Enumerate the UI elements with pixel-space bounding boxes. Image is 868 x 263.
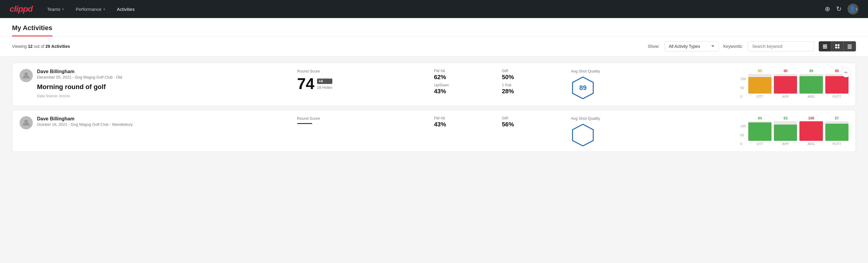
bar-label-app: APP <box>782 95 789 98</box>
stat-1putt-value: 28% <box>502 88 564 95</box>
svg-rect-8 <box>847 46 852 46</box>
bar-fill-ott <box>748 77 771 94</box>
svg-rect-5 <box>835 47 837 49</box>
search-input[interactable] <box>748 41 814 52</box>
user-avatar-nav[interactable]: 👤 ▾ <box>847 4 858 14</box>
view-grid-button[interactable] <box>831 41 844 51</box>
activities-list: Dave Billingham December 05, 2021 - Gog … <box>0 57 868 158</box>
y-label-50: 50 <box>741 86 746 90</box>
nav-item-activities[interactable]: Activities <box>112 4 140 14</box>
bar-label-app: APP <box>782 142 789 146</box>
viewing-label: Activities <box>52 44 70 49</box>
svg-rect-0 <box>823 45 827 46</box>
user-icon: 👤 <box>849 6 856 12</box>
stats-section: FW Hit 43% GIR 56% <box>434 116 564 128</box>
avg-shot-quality-section: Avg Shot Quality 89 <box>571 69 733 100</box>
stat-gir: GIR 50% <box>502 69 564 81</box>
svg-rect-3 <box>835 44 837 46</box>
nav-item-performance[interactable]: Performance ▾ <box>71 4 110 14</box>
bar-value-app: 83 <box>783 116 787 120</box>
round-score-section: Round Score <box>297 116 427 124</box>
bar-fill-app <box>774 124 797 141</box>
bar-fill-putt <box>825 76 848 94</box>
stat-gir: GIR 56% <box>502 116 564 128</box>
stat-1putt-label: 1 Putt <box>502 83 564 87</box>
round-score-label: Round Score <box>297 69 427 74</box>
nav-links: Teams ▾ Performance ▾ Activities <box>42 4 815 14</box>
chart-y-labels: 100 50 0 <box>741 73 746 98</box>
svg-marker-14 <box>572 124 593 146</box>
refresh-icon[interactable]: ↻ <box>836 5 841 13</box>
chart-y-labels: 100 50 0 <box>741 120 746 146</box>
svg-rect-2 <box>823 48 827 49</box>
bar-label-putt: PUTT <box>833 95 841 98</box>
bar-label-ott: OTT <box>757 142 763 146</box>
bar-value-app: 90 <box>783 69 787 73</box>
bar-value-arg: 89 <box>809 69 813 73</box>
view-list-compact-button[interactable] <box>819 41 831 51</box>
bar-label-ott: OTT <box>757 95 763 98</box>
logo: clippd <box>10 4 32 14</box>
view-toggle <box>819 41 856 52</box>
chart-group-ott: 94 OTT <box>748 116 771 146</box>
bar-fill-arg <box>799 121 823 141</box>
list-compact-icon <box>823 44 828 49</box>
stat-updown-label: Up/Down <box>434 83 496 87</box>
nav-item-teams[interactable]: Teams ▾ <box>42 4 68 14</box>
stat-fw-hit-value: 62% <box>434 74 496 81</box>
stat-1putt: 1 Putt 28% <box>502 83 564 95</box>
svg-rect-4 <box>838 44 839 46</box>
bar-label-putt: PUTT <box>833 142 841 146</box>
card-datasource: Data Source: Arccos <box>37 94 290 98</box>
bar-chart: 100 50 0 85 OTT 90 <box>741 69 848 98</box>
hexagon-value: 89 <box>579 84 587 92</box>
y-label-50: 50 <box>741 133 746 137</box>
stat-updown-value: 43% <box>434 88 496 95</box>
card-activity-title: Morning round of golf <box>37 83 290 91</box>
score-badge-group: +4 18 Holes <box>317 79 332 90</box>
viewing-text: Viewing 12 out of 29 Activities <box>12 44 643 49</box>
score-display: 74 +4 18 Holes <box>297 76 427 91</box>
navbar: clippd Teams ▾ Performance ▾ Activities … <box>0 0 868 18</box>
score-badge: +4 <box>317 79 332 84</box>
page-header: My Activities <box>0 18 868 36</box>
chart-group-app: 83 APP <box>774 116 797 146</box>
stat-updown: Up/Down 43% <box>434 83 496 95</box>
bar-fill-arg <box>799 76 823 94</box>
avatar <box>20 69 33 82</box>
hexagon: 89 <box>571 76 595 100</box>
bar-bg-arg <box>799 121 823 141</box>
bar-value-putt: 87 <box>835 116 839 120</box>
bar-bg-ott <box>748 121 771 141</box>
add-icon[interactable]: ⊕ <box>825 5 830 13</box>
bar-chart: 100 50 0 94 OTT 83 <box>741 116 848 146</box>
avatar <box>20 116 33 129</box>
activity-type-select[interactable]: All Activity Types <box>664 41 718 52</box>
y-label-0: 0 <box>741 142 746 146</box>
bar-bg-app <box>774 74 797 94</box>
bar-label-arg: ARG <box>808 95 815 98</box>
chart-group-arg: 89 ARG <box>799 69 823 98</box>
edit-button[interactable]: ✏ <box>841 68 851 77</box>
bar-fill-ott <box>748 122 771 141</box>
card-date-course: October 16, 2021 - Gog Magog Golf Club -… <box>37 122 290 127</box>
svg-rect-1 <box>823 46 827 47</box>
round-score-section: Round Score 74 +4 18 Holes <box>297 69 427 91</box>
y-label-0: 0 <box>741 95 746 98</box>
bar-value-arg: 106 <box>808 116 814 120</box>
page-title: My Activities <box>12 18 52 36</box>
score-number: 74 <box>297 76 315 91</box>
card-left: Dave Billingham October 16, 2021 - Gog M… <box>20 116 290 130</box>
stat-fw-hit-label: FW Hit <box>434 69 496 73</box>
nav-right: ⊕ ↻ 👤 ▾ <box>825 4 858 14</box>
activity-card: Dave Billingham October 16, 2021 - Gog M… <box>12 110 856 152</box>
stat-fw-hit: FW Hit 62% <box>434 69 496 81</box>
viewing-total: 29 <box>45 44 50 49</box>
svg-rect-9 <box>847 47 852 48</box>
stat-fw-hit: FW Hit 43% <box>434 116 496 128</box>
filter-bar: Viewing 12 out of 29 Activities Show: Al… <box>0 36 868 57</box>
view-list-detail-button[interactable] <box>844 41 856 51</box>
stat-gir-value: 50% <box>502 74 564 81</box>
bar-bg-arg <box>799 74 823 94</box>
card-left: Dave Billingham December 05, 2021 - Gog … <box>20 69 290 98</box>
